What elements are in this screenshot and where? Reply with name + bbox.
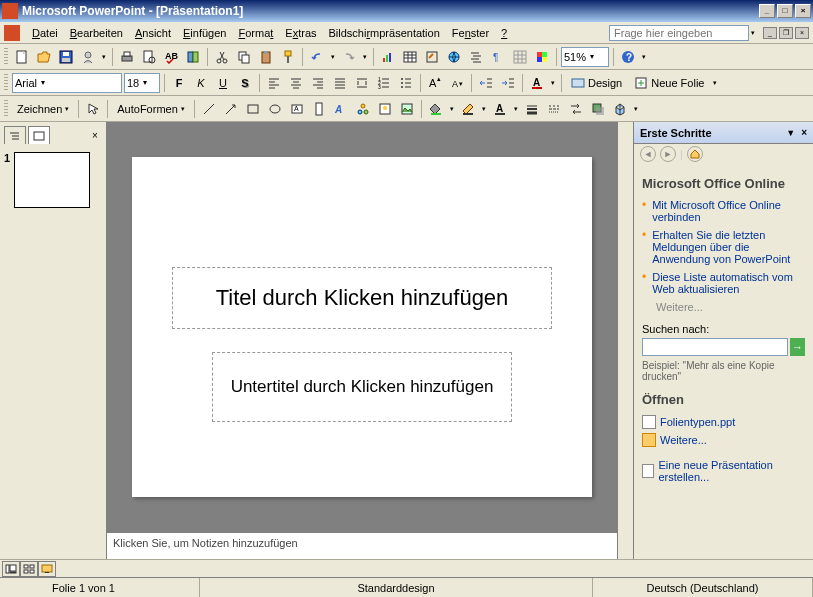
slideshow-view-button[interactable] <box>38 561 56 577</box>
toolbar-options-icon[interactable]: ▾ <box>711 79 719 87</box>
clipart-button[interactable] <box>375 99 395 119</box>
autoshapes-button[interactable]: AutoFormen▾ <box>112 99 190 119</box>
dash-style-button[interactable] <box>544 99 564 119</box>
select-objects-button[interactable] <box>83 99 103 119</box>
slide-canvas[interactable]: Titel durch Klicken hinzufügen Untertite… <box>132 157 592 497</box>
wordart-button[interactable]: A <box>331 99 351 119</box>
fill-color-dropdown-icon[interactable]: ▾ <box>448 105 456 113</box>
vertical-textbox-button[interactable] <box>309 99 329 119</box>
research-button[interactable] <box>183 47 203 67</box>
slides-panel-close-button[interactable]: × <box>88 130 102 144</box>
shadow-button[interactable]: S <box>235 73 255 93</box>
zoom-combo[interactable]: 51%▾ <box>561 47 609 67</box>
toolbar-options-icon[interactable]: ▾ <box>640 53 648 61</box>
shadow-style-button[interactable] <box>588 99 608 119</box>
decrease-font-button[interactable]: A▾ <box>447 73 467 93</box>
print-button[interactable] <box>117 47 137 67</box>
open-file-link[interactable]: Folientypen.ppt <box>642 415 805 429</box>
status-language[interactable]: Deutsch (Deutschland) <box>593 578 813 597</box>
textbox-button[interactable]: A <box>287 99 307 119</box>
task-pane-link[interactable]: •Mit Microsoft Office Online verbinden <box>642 199 805 223</box>
help-dropdown-arrow-icon[interactable]: ▾ <box>749 29 757 37</box>
line-button[interactable] <box>199 99 219 119</box>
toolbar-grip[interactable] <box>4 74 8 92</box>
line-color-button[interactable] <box>458 99 478 119</box>
slide-canvas-area[interactable]: Titel durch Klicken hinzufügen Untertite… <box>107 122 617 531</box>
spellcheck-button[interactable]: ABC <box>161 47 181 67</box>
menu-view[interactable]: Ansicht <box>129 25 177 41</box>
decrease-indent-button[interactable] <box>476 73 496 93</box>
task-pane-close-button[interactable]: × <box>801 127 807 138</box>
italic-button[interactable]: K <box>191 73 211 93</box>
thumbnail-list[interactable]: 1 <box>0 144 106 559</box>
toolbar-grip[interactable] <box>4 100 8 118</box>
arrow-button[interactable] <box>221 99 241 119</box>
doc-minimize-button[interactable]: _ <box>763 27 777 39</box>
menu-insert[interactable]: Einfügen <box>177 25 232 41</box>
draw-menu-button[interactable]: Zeichnen▾ <box>12 99 74 119</box>
menu-slideshow[interactable]: Bildschirmpräsentation <box>323 25 446 41</box>
task-pane-link[interactable]: •Diese Liste automatisch vom Web aktuali… <box>642 271 805 295</box>
show-formatting-button[interactable]: ¶ <box>488 47 508 67</box>
thumbnail-preview[interactable] <box>14 152 90 208</box>
maximize-button[interactable]: □ <box>777 4 793 18</box>
font-combo[interactable]: Arial▾ <box>12 73 122 93</box>
open-button[interactable] <box>34 47 54 67</box>
task-pane-forward-button[interactable]: ► <box>660 146 676 162</box>
format-painter-button[interactable] <box>278 47 298 67</box>
color-button[interactable] <box>532 47 552 67</box>
toolbar-options-icon[interactable]: ▾ <box>632 105 640 113</box>
design-button[interactable]: Design <box>566 73 627 93</box>
menu-extras[interactable]: Extras <box>279 25 322 41</box>
undo-dropdown-icon[interactable]: ▾ <box>329 53 337 61</box>
help-button[interactable]: ? <box>618 47 638 67</box>
subtitle-placeholder[interactable]: Untertitel durch Klicken hinzufügen <box>212 352 512 422</box>
outline-tab[interactable] <box>4 126 26 144</box>
bold-button[interactable]: F <box>169 73 189 93</box>
task-pane-more-link[interactable]: Weitere... <box>656 301 805 313</box>
menu-help[interactable]: ? <box>495 25 513 41</box>
paste-button[interactable] <box>256 47 276 67</box>
sorter-view-button[interactable] <box>20 561 38 577</box>
save-button[interactable] <box>56 47 76 67</box>
undo-button[interactable] <box>307 47 327 67</box>
slides-tab[interactable] <box>28 126 50 144</box>
open-more-link[interactable]: Weitere... <box>642 433 805 447</box>
permission-dropdown-icon[interactable]: ▾ <box>100 53 108 61</box>
insert-hyperlink-button[interactable] <box>444 47 464 67</box>
increase-indent-button[interactable] <box>498 73 518 93</box>
new-button[interactable] <box>12 47 32 67</box>
toolbar-grip[interactable] <box>4 48 8 66</box>
permission-button[interactable] <box>78 47 98 67</box>
search-go-button[interactable]: → <box>790 338 805 356</box>
redo-dropdown-icon[interactable]: ▾ <box>361 53 369 61</box>
align-left-button[interactable] <box>264 73 284 93</box>
underline-button[interactable]: U <box>213 73 233 93</box>
minimize-button[interactable]: _ <box>759 4 775 18</box>
font-size-combo[interactable]: 18▾ <box>124 73 160 93</box>
picture-button[interactable] <box>397 99 417 119</box>
distributed-button[interactable] <box>352 73 372 93</box>
insert-table-button[interactable] <box>400 47 420 67</box>
task-pane-home-button[interactable] <box>687 146 703 162</box>
redo-button[interactable] <box>339 47 359 67</box>
align-right-button[interactable] <box>308 73 328 93</box>
oval-button[interactable] <box>265 99 285 119</box>
font-color-2-dropdown-icon[interactable]: ▾ <box>512 105 520 113</box>
copy-button[interactable] <box>234 47 254 67</box>
thumbnail-item[interactable]: 1 <box>4 152 102 208</box>
rectangle-button[interactable] <box>243 99 263 119</box>
increase-font-button[interactable]: A▴ <box>425 73 445 93</box>
align-justify-button[interactable] <box>330 73 350 93</box>
help-search-input[interactable] <box>609 25 749 41</box>
search-input[interactable] <box>642 338 788 356</box>
notes-pane[interactable]: Klicken Sie, um Notizen hinzuzufügen <box>107 531 617 559</box>
task-pane-dropdown-icon[interactable]: ▼ <box>786 128 795 138</box>
insert-chart-button[interactable] <box>378 47 398 67</box>
cut-button[interactable] <box>212 47 232 67</box>
normal-view-button[interactable] <box>2 561 20 577</box>
close-button[interactable]: × <box>795 4 811 18</box>
fill-color-button[interactable] <box>426 99 446 119</box>
font-color-dropdown-icon[interactable]: ▾ <box>549 79 557 87</box>
menu-file[interactable]: Datei <box>26 25 64 41</box>
